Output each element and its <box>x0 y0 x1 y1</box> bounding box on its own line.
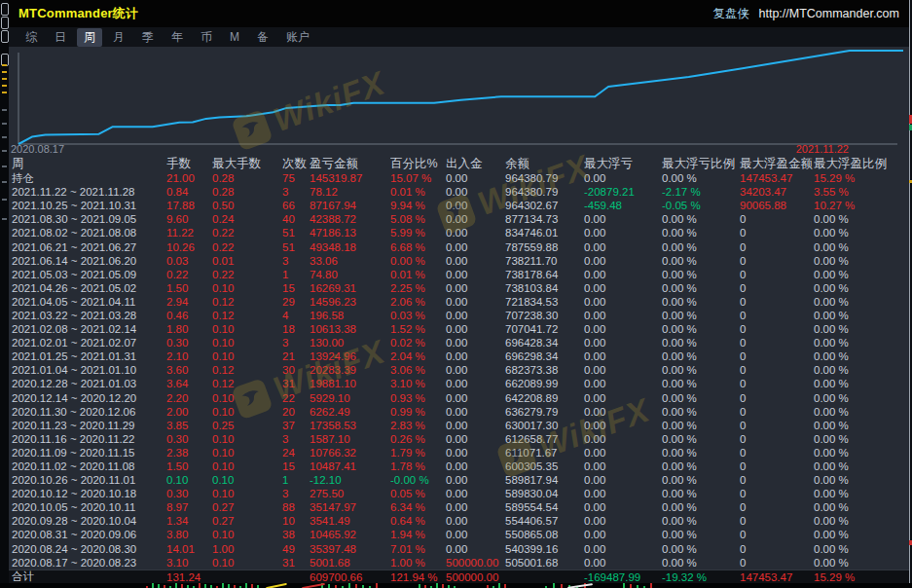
table-row[interactable]: 2020.08.31 ~ 2020.09.063.800.103810465.9… <box>9 528 909 541</box>
table-row[interactable]: 持仓21.000.2875145319.8715.07 %0.00964380.… <box>9 171 909 185</box>
row-cell: 0.00 % <box>662 296 740 308</box>
tab-M[interactable]: M <box>223 29 246 45</box>
row-cell: 2021.10.25 ~ 2021.10.31 <box>12 200 166 211</box>
row-cell: 0.00 <box>446 200 505 211</box>
row-cell: 0.00 <box>446 337 505 349</box>
row-cell: 2021.02.08 ~ 2021.02.14 <box>12 323 166 335</box>
row-cell: 0.30 <box>166 433 212 445</box>
table-row[interactable]: 2021.02.01 ~ 2021.02.070.300.103130.000.… <box>9 336 909 349</box>
row-cell: 0.00 % <box>662 447 740 459</box>
table-row[interactable]: 2021.02.08 ~ 2021.02.141.800.101810613.3… <box>9 322 909 336</box>
table-row[interactable]: 2021.06.21 ~ 2021.06.2710.260.225149348.… <box>9 239 909 253</box>
row-cell: 0.12 <box>212 296 282 308</box>
row-cell: 2020.11.09 ~ 2020.11.15 <box>12 447 166 459</box>
row-cell: 2021.08.02 ~ 2021.08.08 <box>12 227 166 239</box>
row-cell: 275.50 <box>310 488 390 499</box>
row-cell: 0.00 <box>446 172 505 184</box>
row-cell: 2.20 <box>166 392 212 404</box>
row-cell: 0.10 <box>212 392 282 404</box>
table-row[interactable]: 2021.05.03 ~ 2021.05.090.220.22174.800.0… <box>9 268 909 281</box>
candle-artifact <box>181 584 183 588</box>
row-cell: 2.83 % <box>390 420 446 431</box>
row-cell: 0.28 <box>212 172 282 184</box>
dock-button <box>1 30 9 43</box>
table-row[interactable]: 2020.11.30 ~ 2020.12.062.000.10206262.49… <box>9 405 909 419</box>
row-cell: 2021.01.04 ~ 2021.01.10 <box>12 364 166 376</box>
candle-artifact <box>442 584 444 588</box>
screen: MTCommander统计 复盘侠 http://MTCommander.com… <box>0 0 912 588</box>
row-cell: 88 <box>282 501 310 513</box>
table-row[interactable]: 2020.09.28 ~ 2020.10.041.340.27103541.49… <box>9 514 909 528</box>
table-body: 持仓21.000.2875145319.8715.07 %0.00964380.… <box>9 171 909 570</box>
row-cell: 0.10 <box>212 337 282 349</box>
tab-月[interactable]: 月 <box>106 28 131 47</box>
row-cell: 0 <box>740 364 814 376</box>
row-cell: 2.94 <box>166 296 212 308</box>
row-cell: 21.00 <box>166 172 212 184</box>
row-cell: 0.00 % <box>662 543 740 555</box>
row-cell: 0 <box>740 282 814 294</box>
table-row[interactable]: 2021.01.25 ~ 2021.01.312.100.102113924.9… <box>9 349 909 363</box>
row-cell: 0.12 <box>212 310 282 321</box>
row-cell: 0.64 % <box>390 515 446 527</box>
row-cell: 0 <box>740 227 814 239</box>
table-row[interactable]: 2020.08.24 ~ 2020.08.3014.011.004935397.… <box>9 542 909 556</box>
total-cell: 147453.47 <box>740 571 814 583</box>
table-row[interactable]: 2021.03.22 ~ 2021.03.280.460.124196.580.… <box>9 309 909 322</box>
table-row[interactable]: 2020.11.23 ~ 2020.11.293.850.253717358.5… <box>9 419 909 432</box>
table-row[interactable]: 2020.12.28 ~ 2021.01.033.640.123119881.1… <box>9 377 909 390</box>
tab-账户[interactable]: 账户 <box>279 28 316 47</box>
table-row[interactable]: 2021.04.26 ~ 2021.05.021.500.101516269.3… <box>9 281 909 295</box>
row-cell: 15 <box>282 282 310 294</box>
row-cell: 3 <box>282 488 310 499</box>
row-cell: 0.00 % <box>814 269 909 280</box>
table-row[interactable]: 2020.10.26 ~ 2020.11.010.100.101-12.10-0… <box>9 473 909 487</box>
table-row[interactable]: 2021.01.04 ~ 2021.01.103.600.123020283.3… <box>9 363 909 377</box>
row-cell: 5.08 % <box>390 213 446 225</box>
table-row[interactable]: 2021.08.02 ~ 2021.08.0811.220.225147186.… <box>9 226 909 239</box>
total-cell: 500000.00 <box>446 571 505 583</box>
table-header-row: 周手数最大手数次数盈亏金额百分比%出入金余额最大浮亏最大浮亏比例最大浮盈金额最大… <box>9 156 909 171</box>
row-cell: 4 <box>282 310 310 321</box>
table-row[interactable]: 2020.12.14 ~ 2020.12.202.200.10225929.10… <box>9 391 909 405</box>
table-row[interactable]: 2020.10.12 ~ 2020.10.180.300.103275.500.… <box>9 487 909 500</box>
table-row[interactable]: 2020.11.02 ~ 2020.11.081.500.101510487.4… <box>9 459 909 473</box>
x-axis-end-label: 2021.11.22 <box>796 143 849 155</box>
row-cell: 630017.30 <box>505 420 584 431</box>
window-titlebar[interactable]: MTCommander统计 复盘侠 http://MTCommander.com <box>9 0 909 27</box>
row-cell: 964380.79 <box>505 172 584 184</box>
row-cell: 662089.99 <box>505 378 584 389</box>
row-cell: 1 <box>282 474 310 486</box>
row-cell: 0.00 <box>446 488 505 499</box>
tab-周[interactable]: 周 <box>77 28 102 47</box>
row-cell: 0.00 <box>584 241 662 253</box>
table-row[interactable]: 2020.10.05 ~ 2020.10.118.970.278835147.9… <box>9 500 909 514</box>
tab-币[interactable]: 币 <box>194 28 219 47</box>
dock-button <box>1 17 9 29</box>
table-row[interactable]: 2021.11.22 ~ 2021.11.280.840.28378.120.0… <box>9 185 909 199</box>
table-row[interactable]: 2021.04.05 ~ 2021.04.112.940.122914596.2… <box>9 295 909 309</box>
table-row[interactable]: 2021.06.14 ~ 2021.06.200.030.01333.060.0… <box>9 254 909 268</box>
row-cell: 40 <box>282 213 310 225</box>
row-cell: 20283.39 <box>310 364 390 376</box>
tab-日[interactable]: 日 <box>48 28 73 47</box>
tab-备[interactable]: 备 <box>250 28 275 47</box>
row-cell: 1.52 % <box>390 323 446 335</box>
tab-季[interactable]: 季 <box>135 28 161 47</box>
tab-年[interactable]: 年 <box>164 28 190 47</box>
row-cell: 0.00 % <box>814 213 909 225</box>
row-cell: 554406.57 <box>505 515 584 527</box>
table-row[interactable]: 2020.11.16 ~ 2020.11.220.300.1031587.100… <box>9 432 909 446</box>
row-cell: 0.00 % <box>662 255 740 267</box>
table-row[interactable]: 2021.08.30 ~ 2021.09.059.600.244042388.7… <box>9 212 909 226</box>
row-cell: 0.00 <box>584 392 662 404</box>
table-row[interactable]: 2021.10.25 ~ 2021.10.3117.880.506687167.… <box>9 199 909 212</box>
table-row[interactable]: 2020.11.09 ~ 2020.11.152.380.102410766.3… <box>9 446 909 459</box>
row-cell: 550865.08 <box>505 529 584 540</box>
tab-综[interactable]: 综 <box>18 28 44 47</box>
row-cell: 9.94 % <box>390 200 446 211</box>
row-cell: 17.88 <box>166 200 212 211</box>
table-row[interactable]: 2020.08.17 ~ 2020.08.233.100.10315001.68… <box>9 556 909 570</box>
row-cell: 0.00 % <box>662 406 740 418</box>
total-cell: 131.24 <box>166 571 212 583</box>
